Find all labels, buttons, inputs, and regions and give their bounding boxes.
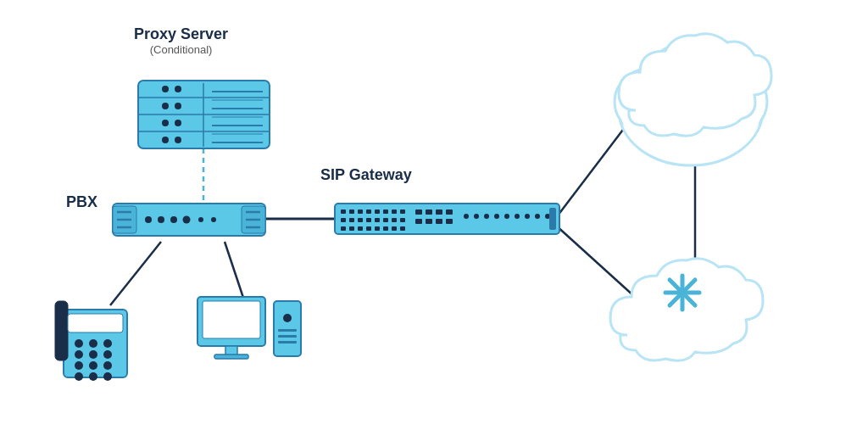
svg-point-93 — [75, 350, 83, 359]
svg-point-65 — [464, 214, 469, 219]
svg-point-100 — [89, 372, 97, 381]
svg-rect-63 — [436, 219, 442, 224]
svg-rect-88 — [55, 301, 68, 360]
svg-point-91 — [89, 339, 97, 348]
svg-rect-64 — [446, 219, 453, 224]
svg-rect-59 — [436, 209, 442, 215]
svg-rect-51 — [358, 226, 363, 231]
computer-device — [198, 297, 301, 359]
svg-rect-48 — [400, 218, 405, 222]
svg-point-90 — [75, 339, 83, 348]
svg-rect-74 — [549, 208, 556, 230]
svg-rect-36 — [366, 209, 371, 214]
svg-rect-54 — [383, 226, 388, 231]
svg-rect-47 — [392, 218, 397, 222]
svg-rect-39 — [392, 209, 397, 214]
svg-rect-62 — [426, 219, 432, 224]
svg-point-8 — [175, 120, 181, 126]
pbx-to-phone-line — [110, 242, 161, 305]
svg-point-94 — [89, 350, 97, 359]
svg-rect-45 — [375, 218, 380, 222]
svg-point-71 — [525, 214, 530, 219]
svg-rect-33 — [341, 209, 346, 214]
svg-point-69 — [504, 214, 509, 219]
svg-point-95 — [103, 350, 112, 359]
svg-point-92 — [103, 339, 112, 348]
svg-rect-44 — [366, 218, 371, 222]
svg-rect-108 — [278, 329, 297, 332]
svg-rect-109 — [278, 335, 297, 338]
svg-point-101 — [103, 372, 112, 381]
svg-rect-42 — [349, 218, 354, 222]
svg-rect-50 — [349, 226, 354, 231]
svg-point-3 — [162, 86, 169, 92]
svg-point-5 — [162, 103, 169, 109]
svg-rect-110 — [278, 341, 297, 343]
svg-point-99 — [75, 372, 83, 381]
svg-rect-41 — [341, 218, 346, 222]
svg-rect-105 — [214, 355, 248, 359]
svg-point-96 — [75, 361, 83, 370]
svg-point-9 — [162, 137, 169, 143]
svg-point-72 — [535, 214, 540, 219]
svg-rect-56 — [400, 226, 405, 231]
svg-rect-61 — [415, 219, 422, 224]
svg-rect-103 — [203, 301, 260, 338]
svg-point-23 — [170, 216, 177, 223]
telephone-device — [55, 301, 127, 381]
svg-rect-57 — [415, 209, 422, 215]
svg-point-97 — [89, 361, 97, 370]
svg-rect-52 — [366, 226, 371, 231]
svg-point-10 — [175, 137, 181, 143]
svg-point-25 — [198, 217, 203, 222]
svg-rect-40 — [400, 209, 405, 214]
svg-point-4 — [175, 86, 181, 92]
svg-point-22 — [158, 216, 164, 223]
svg-rect-46 — [383, 218, 388, 222]
svg-rect-38 — [383, 209, 388, 214]
svg-point-26 — [211, 217, 216, 222]
svg-rect-43 — [358, 218, 363, 222]
diagram-container: Proxy Server (Conditional) PBX SIP Gatew… — [0, 0, 868, 430]
svg-point-107 — [283, 314, 292, 322]
svg-point-7 — [162, 120, 169, 126]
svg-point-66 — [474, 214, 479, 219]
telnet-logo-icon — [665, 276, 699, 310]
svg-point-67 — [484, 214, 489, 219]
svg-rect-89 — [68, 314, 123, 332]
svg-rect-34 — [349, 209, 354, 214]
svg-rect-58 — [426, 209, 432, 215]
main-diagram-svg — [0, 0, 868, 430]
svg-rect-49 — [341, 226, 346, 231]
svg-rect-106 — [274, 301, 301, 356]
pbx-to-computer-line — [225, 242, 246, 305]
svg-point-70 — [515, 214, 520, 219]
svg-point-6 — [175, 103, 181, 109]
svg-rect-60 — [446, 209, 453, 215]
svg-rect-37 — [375, 209, 380, 214]
svg-rect-55 — [392, 226, 397, 231]
svg-rect-35 — [358, 209, 363, 214]
svg-rect-53 — [375, 226, 380, 231]
telnet-cloud — [610, 259, 763, 360]
svg-point-68 — [494, 214, 499, 219]
svg-point-98 — [103, 361, 112, 370]
svg-point-24 — [183, 216, 191, 224]
pstn-cloud — [615, 34, 771, 165]
svg-point-21 — [145, 216, 152, 223]
